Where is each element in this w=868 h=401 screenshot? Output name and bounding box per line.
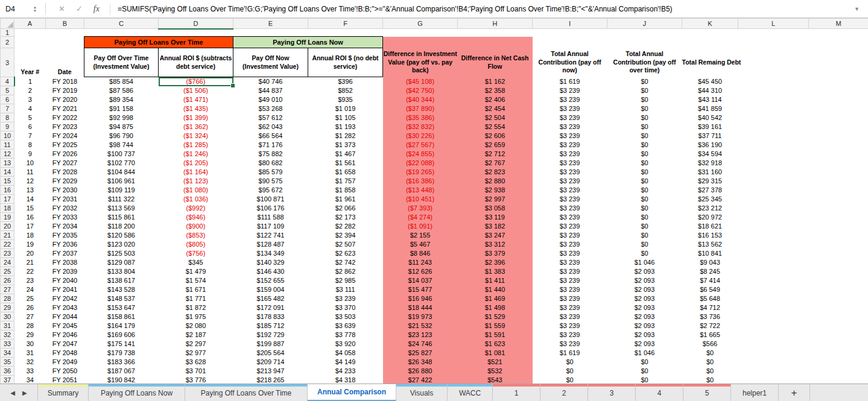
sheet-tab-paying-off-loans-over-time[interactable]: Paying Off Loans Over Time — [185, 384, 308, 401]
column-header-B[interactable]: B — [46, 19, 84, 29]
header-pay-off-over-time[interactable]: Pay Off Over Time (Investment Value) — [84, 48, 159, 77]
cell-F30[interactable]: $3 503 — [308, 312, 383, 321]
cell-D13[interactable]: ($1 205) — [159, 159, 233, 168]
cell-H22[interactable]: $3 312 — [458, 240, 533, 249]
cell-A11[interactable]: 8 — [14, 141, 46, 150]
cell-L9[interactable] — [738, 122, 809, 131]
cell-L24[interactable] — [738, 258, 809, 267]
cell-J19[interactable]: $0 — [607, 213, 682, 222]
cell-B8[interactable]: FY 2022 — [46, 113, 84, 122]
cell-J22[interactable]: $0 — [607, 240, 682, 249]
cell-L14[interactable] — [738, 168, 809, 177]
cell-A7[interactable]: 4 — [14, 104, 46, 113]
cell-K5[interactable]: $44 310 — [682, 86, 738, 95]
cell-B14[interactable]: FY 2028 — [46, 168, 84, 177]
header-diff-investment-value[interactable]: Difference in Investment Value (pay off … — [383, 48, 458, 77]
cell-J9[interactable]: $0 — [607, 122, 682, 131]
cell-A20[interactable]: 17 — [14, 222, 46, 231]
cell-E22[interactable]: $128 487 — [233, 240, 308, 249]
cell-L30[interactable] — [738, 312, 809, 321]
cell-D24[interactable]: $345 — [159, 258, 233, 267]
cell-L34[interactable] — [738, 349, 809, 358]
cell-E17[interactable]: $100 871 — [233, 195, 308, 204]
row-header-8[interactable]: 8 — [1, 113, 14, 122]
cell-G12[interactable]: ($24 855) — [383, 150, 458, 159]
cell-F35[interactable]: $4 149 — [308, 358, 383, 367]
row-header-7[interactable]: 7 — [1, 104, 14, 113]
cell-A4[interactable]: 1 — [14, 77, 46, 86]
cell-B25[interactable]: FY 2039 — [46, 267, 84, 276]
cell-E14[interactable]: $85 579 — [233, 168, 308, 177]
cell-G1[interactable] — [383, 29, 458, 37]
cell-B13[interactable]: FY 2027 — [46, 159, 84, 168]
cell-J35[interactable]: $0 — [607, 358, 682, 367]
cell-F7[interactable]: $1 019 — [308, 104, 383, 113]
cell-A1[interactable] — [14, 29, 46, 37]
cell-C34[interactable]: $179 738 — [84, 349, 159, 358]
cell-J4[interactable]: $0 — [607, 77, 682, 86]
cell-H32[interactable]: $1 591 — [458, 330, 533, 339]
cell-M34[interactable] — [809, 349, 868, 358]
cell-A27[interactable]: 24 — [14, 285, 46, 294]
cell-G6[interactable]: ($40 344) — [383, 95, 458, 104]
cell-I9[interactable]: $3 239 — [533, 122, 607, 131]
cell-I13[interactable]: $3 239 — [533, 159, 607, 168]
column-header-H[interactable]: H — [458, 19, 533, 29]
cell-H26[interactable]: $1 411 — [458, 276, 533, 285]
cell-L21[interactable] — [738, 231, 809, 240]
cell-A28[interactable]: 25 — [14, 294, 46, 303]
cell-F15[interactable]: $1 757 — [308, 177, 383, 186]
cell-A35[interactable]: 32 — [14, 358, 46, 367]
cell-B20[interactable]: FY 2034 — [46, 222, 84, 231]
column-header-D[interactable]: D — [159, 19, 233, 29]
cell-L36[interactable] — [738, 367, 809, 376]
cell-M24[interactable] — [809, 258, 868, 267]
cell-A6[interactable]: 3 — [14, 95, 46, 104]
row-header-12[interactable]: 12 — [1, 150, 14, 159]
row-header-17[interactable]: 17 — [1, 195, 14, 204]
header-date[interactable]: Date — [46, 48, 84, 77]
cell-D26[interactable]: $1 574 — [159, 276, 233, 285]
cell-J1[interactable] — [607, 29, 682, 37]
cell-M16[interactable] — [809, 186, 868, 195]
cell-J11[interactable]: $0 — [607, 141, 682, 150]
cell-A13[interactable]: 10 — [14, 159, 46, 168]
cell-J27[interactable]: $2 093 — [607, 285, 682, 294]
row-header-28[interactable]: 28 — [1, 294, 14, 303]
cell-B30[interactable]: FY 2044 — [46, 312, 84, 321]
cell-M11[interactable] — [809, 141, 868, 150]
cell-L27[interactable] — [738, 285, 809, 294]
cell-I17[interactable]: $3 239 — [533, 195, 607, 204]
cell-B23[interactable]: FY 2037 — [46, 249, 84, 258]
cell-I35[interactable]: $0 — [533, 358, 607, 367]
cell-D22[interactable]: ($805) — [159, 240, 233, 249]
cell-F13[interactable]: $1 561 — [308, 159, 383, 168]
cell-K12[interactable]: $34 594 — [682, 150, 738, 159]
sheet-tab-4[interactable]: 4 — [636, 384, 683, 401]
cell-M32[interactable] — [809, 330, 868, 339]
cell-K33[interactable]: $566 — [682, 339, 738, 349]
cell-M21[interactable] — [809, 231, 868, 240]
cell-H1[interactable] — [458, 29, 533, 37]
cell-L16[interactable] — [738, 186, 809, 195]
cell-L32[interactable] — [738, 330, 809, 339]
cell-B5[interactable]: FY 2019 — [46, 86, 84, 95]
cell-I7[interactable]: $3 239 — [533, 104, 607, 113]
row-header-20[interactable]: 20 — [1, 222, 14, 231]
cell-G9[interactable]: ($32 832) — [383, 122, 458, 131]
row-header-9[interactable]: 9 — [1, 122, 14, 131]
cell-L17[interactable] — [738, 195, 809, 204]
cell-G33[interactable]: $24 746 — [383, 339, 458, 349]
cell-G36[interactable]: $26 880 — [383, 367, 458, 376]
cell-D30[interactable]: $1 975 — [159, 312, 233, 321]
cell-K8[interactable]: $40 542 — [682, 113, 738, 122]
cell-D7[interactable]: ($1 435) — [159, 104, 233, 113]
sheet-tab-wacc[interactable]: WACC — [448, 384, 493, 401]
cell-E12[interactable]: $75 882 — [233, 150, 308, 159]
cell-J15[interactable]: $0 — [607, 177, 682, 186]
cell-L12[interactable] — [738, 150, 809, 159]
cell-F32[interactable]: $3 778 — [308, 330, 383, 339]
cell-B36[interactable]: FY 2050 — [46, 367, 84, 376]
cell-L28[interactable] — [738, 294, 809, 303]
column-header-L[interactable]: L — [738, 19, 809, 29]
